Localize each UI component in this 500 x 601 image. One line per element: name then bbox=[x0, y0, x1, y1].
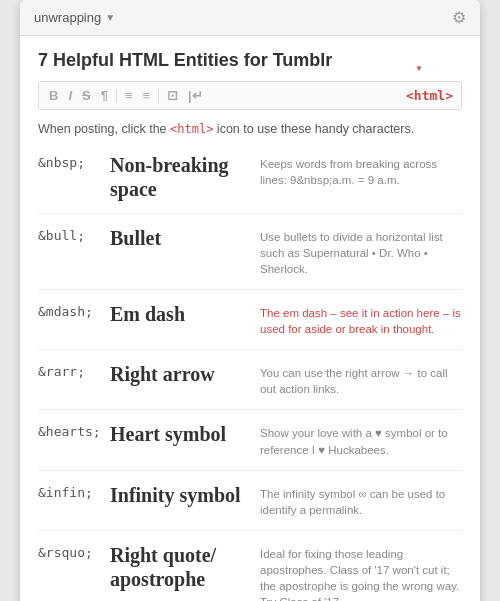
entity-code: &mdash; bbox=[38, 302, 110, 319]
entity-code: &bull; bbox=[38, 226, 110, 243]
olist-button[interactable]: ≡ bbox=[141, 87, 153, 104]
bold-button[interactable]: B bbox=[47, 87, 60, 104]
html-button[interactable]: <html> bbox=[406, 88, 453, 103]
entity-row: &rarr;Right arrowYou can use the right a… bbox=[38, 362, 462, 410]
toolbar-divider-2 bbox=[158, 89, 159, 103]
entity-name: Infinity symbol bbox=[110, 483, 260, 507]
entity-description: You can use the right arrow → to call ou… bbox=[260, 362, 462, 397]
entity-description: Ideal for fixing those leading apostroph… bbox=[260, 543, 462, 601]
entity-description: Show your love with a ♥ symbol or to ref… bbox=[260, 422, 462, 457]
entity-code: &rsquo; bbox=[38, 543, 110, 560]
card-body: 7 Helpful HTML Entities for Tumblr B I S… bbox=[20, 36, 480, 601]
entity-code: &nbsp; bbox=[38, 153, 110, 170]
toolbar-divider bbox=[116, 89, 117, 103]
entity-description: The em dash – see it in action here – is… bbox=[260, 302, 462, 337]
intro-html-tag: <html> bbox=[170, 122, 213, 136]
italic-button[interactable]: I bbox=[66, 87, 74, 104]
entity-description: Use bullets to divide a horizontal list … bbox=[260, 226, 462, 277]
intro-text: When posting, click the <html> icon to u… bbox=[38, 120, 462, 139]
entity-row: &nbsp;Non-breaking spaceKeeps words from… bbox=[38, 153, 462, 214]
editor-toolbar: B I S ¶ ≡ ≡ ⊡ |↵ <html> bbox=[38, 81, 462, 110]
entity-description: Keeps words from breaking across lines: … bbox=[260, 153, 462, 188]
entity-row: &hearts;Heart symbolShow your love with … bbox=[38, 422, 462, 470]
intro-after: icon to use these handy characters. bbox=[213, 122, 414, 136]
entity-name: Em dash bbox=[110, 302, 260, 326]
para-button[interactable]: ¶ bbox=[99, 87, 110, 104]
entity-code: &hearts; bbox=[38, 422, 110, 439]
html-arrow-indicator bbox=[415, 64, 423, 73]
entity-name: Right arrow bbox=[110, 362, 260, 386]
dropdown-arrow[interactable]: ▼ bbox=[105, 12, 115, 23]
entity-name: Bullet bbox=[110, 226, 260, 250]
ulist-button[interactable]: ≡ bbox=[123, 87, 135, 104]
entity-code: &rarr; bbox=[38, 362, 110, 379]
blog-name[interactable]: unwrapping ▼ bbox=[34, 10, 115, 25]
entity-code: &infin; bbox=[38, 483, 110, 500]
main-card: unwrapping ▼ ⚙ 7 Helpful HTML Entities f… bbox=[20, 0, 480, 601]
media-button[interactable]: ⊡ bbox=[165, 87, 180, 104]
entity-row: &infin;Infinity symbolThe infinity symbo… bbox=[38, 483, 462, 531]
blog-name-text: unwrapping bbox=[34, 10, 101, 25]
post-title: 7 Helpful HTML Entities for Tumblr bbox=[38, 50, 462, 71]
entity-name: Heart symbol bbox=[110, 422, 260, 446]
entity-list: &nbsp;Non-breaking spaceKeeps words from… bbox=[38, 153, 462, 601]
intro-before: When posting, click the bbox=[38, 122, 170, 136]
entity-row: &mdash;Em dashThe em dash – see it in ac… bbox=[38, 302, 462, 350]
entity-name: Right quote/ apostrophe bbox=[110, 543, 260, 591]
break-button[interactable]: |↵ bbox=[186, 87, 205, 104]
entity-description: The infinity symbol ∞ can be used to ide… bbox=[260, 483, 462, 518]
entity-row: &rsquo;Right quote/ apostropheIdeal for … bbox=[38, 543, 462, 601]
entity-name: Non-breaking space bbox=[110, 153, 260, 201]
strike-button[interactable]: S bbox=[80, 87, 93, 104]
entity-row: &bull;BulletUse bullets to divide a hori… bbox=[38, 226, 462, 290]
card-header: unwrapping ▼ ⚙ bbox=[20, 0, 480, 36]
gear-icon[interactable]: ⚙ bbox=[452, 8, 466, 27]
